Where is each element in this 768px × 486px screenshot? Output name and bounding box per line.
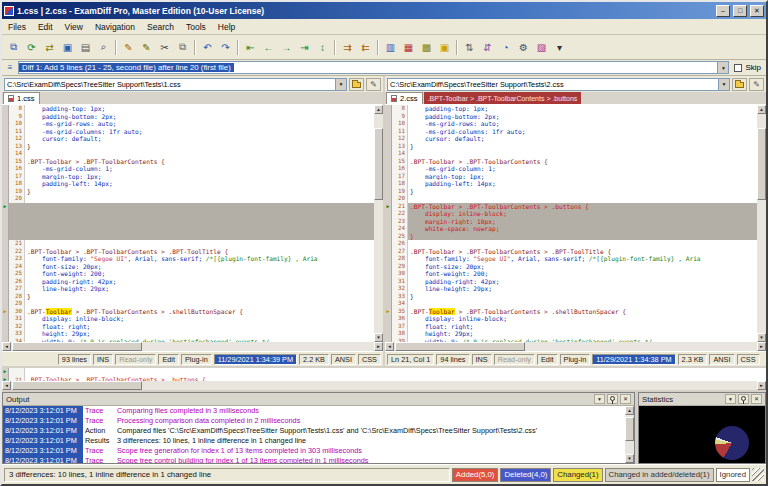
right-code-row[interactable]: 27.BPT-Toolbar > .BPT-ToolbarContents > … <box>385 248 757 256</box>
left-vertical-scrollbar[interactable] <box>374 105 383 342</box>
scroll-right-icon[interactable] <box>374 342 383 351</box>
code-line[interactable]: white-space: nowrap; <box>408 225 757 233</box>
left-code-row[interactable]: 33 height: 29px; <box>2 330 374 338</box>
output-row[interactable]: 8/12/2023 3:12:01 PMTraceScope tree gene… <box>3 446 625 456</box>
scroll-right-icon[interactable] <box>757 381 766 390</box>
scroll-track[interactable] <box>11 381 757 390</box>
left-code-rows[interactable]: 8 padding-top: 1px;9 padding-bottom: 2px… <box>2 105 374 342</box>
toolbar-menu-icon[interactable]: ▾ <box>551 39 568 56</box>
status-cell[interactable]: Read-only <box>494 354 535 365</box>
minimize-button[interactable] <box>716 5 730 17</box>
scroll-up-icon[interactable] <box>625 406 634 415</box>
menu-tools[interactable]: Tools <box>180 21 212 33</box>
left-code-row[interactable]: 31 display: inline-block; <box>2 315 374 323</box>
output-row[interactable]: 8/12/2023 3:12:01 PMTraceProcessing comp… <box>3 416 625 426</box>
cut-icon[interactable]: ✂ <box>156 39 173 56</box>
code-line[interactable]: -ms-grid-column: 1; <box>25 165 374 173</box>
show-identical-icon[interactable]: ▥ <box>382 39 399 56</box>
scroll-down-icon[interactable] <box>625 454 634 463</box>
menu-help[interactable]: Help <box>212 21 241 33</box>
code-line[interactable]: font-weight: 200; <box>408 270 757 278</box>
merge-icon[interactable]: ⇵ <box>479 39 496 56</box>
left-path-combo[interactable]: C:\Src\ExamDiff\Specs\TreeSitter Support… <box>4 78 347 91</box>
left-edit-file-button[interactable] <box>366 78 381 91</box>
scroll-right-icon[interactable] <box>757 342 766 351</box>
code-line[interactable]: font-weight: 200; <box>25 270 374 278</box>
right-code-row[interactable]: 18 padding-left: 14px; <box>385 180 757 188</box>
code-line[interactable]: font-family: "Segoe UI", Arial, sans-ser… <box>25 255 374 263</box>
code-line[interactable] <box>408 300 757 308</box>
print-icon[interactable]: ▤ <box>77 39 94 56</box>
first-diff-icon[interactable]: ⇤ <box>242 39 259 56</box>
right-code-row[interactable]: 20 <box>385 195 757 203</box>
left-code-row[interactable]: 13} <box>2 143 374 151</box>
scroll-left-icon[interactable] <box>385 342 394 351</box>
code-line[interactable]: .BPT-Toolbar > .BPT-ToolbarContents > .B… <box>25 248 374 256</box>
code-line[interactable]: .BPT-Toolbar > .BPT-ToolbarContents > .s… <box>408 308 757 316</box>
right-code-row[interactable]: 12 cursor: default; <box>385 135 757 143</box>
scroll-track[interactable] <box>394 342 757 351</box>
code-line[interactable]: margin-top: 1px; <box>408 173 757 181</box>
right-code-row[interactable]: 10 -ms-grid-rows: auto; <box>385 120 757 128</box>
compare-files-icon[interactable]: ⧉ <box>5 39 22 56</box>
right-code-row[interactable]: 26 <box>385 240 757 248</box>
mini-horizontal-scrollbar[interactable] <box>2 381 766 390</box>
status-cell[interactable]: Edit <box>537 354 558 365</box>
status-badge[interactable]: Changed in added/deleted(1) <box>605 468 714 482</box>
left-code-row[interactable]: 23 font-family: "Segoe UI", Arial, sans-… <box>2 255 374 263</box>
right-code-row[interactable]: 25} <box>385 233 757 241</box>
code-line[interactable]: height: 29px; <box>408 330 757 338</box>
scroll-left-icon[interactable] <box>2 342 11 351</box>
left-code-row[interactable]: 14 <box>2 150 374 158</box>
code-line[interactable]: .BPT-Toolbar > .BPT-ToolbarContents > .s… <box>25 308 374 316</box>
left-code-row[interactable]: 8 padding-top: 1px; <box>2 105 374 113</box>
output-row[interactable]: 8/12/2023 3:12:01 PMResults3 differences… <box>3 436 625 446</box>
scroll-up-icon[interactable] <box>757 105 766 114</box>
code-line[interactable]: padding-left: 14px; <box>408 180 757 188</box>
undo-icon[interactable]: ↶ <box>199 39 216 56</box>
scroll-thumb[interactable] <box>395 342 525 351</box>
left-code-row[interactable]: 28} <box>2 293 374 301</box>
code-line[interactable]: -ms-grid-column: 1; <box>408 165 757 173</box>
status-cell[interactable]: INS <box>93 354 113 365</box>
right-vertical-scrollbar[interactable] <box>757 105 766 342</box>
right-code-row[interactable]: 28 font-family: "Segoe UI", Arial, sans-… <box>385 255 757 263</box>
panel-menu-icon[interactable] <box>594 394 605 404</box>
code-line[interactable]: height: 29px; <box>25 330 374 338</box>
themes-icon[interactable]: ▨ <box>533 39 550 56</box>
right-code-row[interactable]: 15.BPT-Toolbar > .BPT-ToolbarContents { <box>385 158 757 166</box>
code-line[interactable]: float: right; <box>408 323 757 331</box>
diff-combo-dropdown-icon[interactable] <box>717 62 728 73</box>
scroll-track[interactable] <box>11 342 374 351</box>
status-badge[interactable]: Added(5,0) <box>452 468 499 482</box>
code-line[interactable]: cursor: default; <box>25 135 374 143</box>
output-row[interactable]: 8/12/2023 3:12:01 PMActionCompared files… <box>3 426 625 436</box>
right-code-row[interactable]: 24 white-space: nowrap; <box>385 225 757 233</box>
code-line[interactable]: padding-bottom: 2px; <box>408 113 757 121</box>
code-line[interactable]: .BPT-Toolbar > .BPT-ToolbarContents { <box>408 158 757 166</box>
menu-files[interactable]: Files <box>2 21 32 33</box>
output-row[interactable]: 8/12/2023 3:12:01 PMTraceComparing files… <box>3 406 625 416</box>
code-line[interactable] <box>25 195 374 203</box>
left-code-row[interactable]: 19} <box>2 188 374 196</box>
scroll-thumb[interactable] <box>625 417 634 441</box>
left-code-row[interactable]: 24 font-size: 20px; <box>2 263 374 271</box>
right-code-row[interactable]: 17 margin-top: 1px; <box>385 173 757 181</box>
scroll-down-icon[interactable] <box>374 333 383 342</box>
align-blocks-icon[interactable]: ⇅ <box>461 39 478 56</box>
right-code-row[interactable]: 23 margin-right: 10px; <box>385 218 757 226</box>
code-line[interactable]: padding-bottom: 2px; <box>25 113 374 121</box>
scroll-track[interactable] <box>374 114 383 333</box>
code-line[interactable]: margin-right: 10px; <box>408 218 757 226</box>
right-edit-file-button[interactable] <box>749 78 764 91</box>
code-line[interactable]: padding-top: 1px; <box>25 105 374 113</box>
scroll-track[interactable] <box>757 114 766 333</box>
left-horizontal-scrollbar[interactable] <box>2 342 383 351</box>
right-code-rows[interactable]: 8 padding-top: 1px;9 padding-bottom: 2px… <box>385 105 757 342</box>
right-code-row[interactable]: 31 padding-right: 42px; <box>385 278 757 286</box>
right-code-row[interactable]: ▶21.BPT-Toolbar > .BPT-ToolbarContents >… <box>385 203 757 211</box>
code-line[interactable]: } <box>25 293 374 301</box>
code-line[interactable]: } <box>25 143 374 151</box>
right-code-row[interactable]: 13} <box>385 143 757 151</box>
code-line[interactable]: display: inline-block; <box>408 210 757 218</box>
